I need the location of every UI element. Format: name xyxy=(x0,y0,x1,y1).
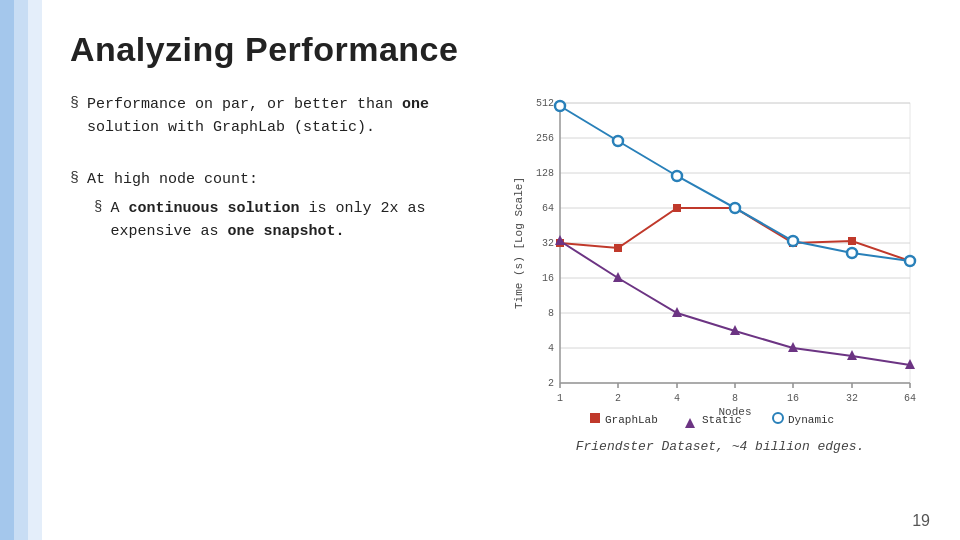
bullet-section-2: § At high node count: § A continuous sol… xyxy=(70,168,490,244)
svg-text:Static: Static xyxy=(702,414,742,426)
svg-text:128: 128 xyxy=(536,168,554,179)
svg-text:4: 4 xyxy=(674,393,680,404)
sub-bullet-text-1: A continuous solution is only 2x as expe… xyxy=(110,197,490,244)
bold-one: one xyxy=(402,96,429,113)
svg-text:GraphLab: GraphLab xyxy=(605,414,658,426)
svg-point-55 xyxy=(788,236,798,246)
sub-bullet-1: § A continuous solution is only 2x as ex… xyxy=(94,197,490,244)
svg-text:64: 64 xyxy=(904,393,916,404)
svg-point-52 xyxy=(613,136,623,146)
svg-point-53 xyxy=(672,171,682,181)
main-content: Analyzing Performance § Performance on p… xyxy=(70,30,950,530)
svg-rect-58 xyxy=(590,413,600,423)
svg-rect-38 xyxy=(614,244,622,252)
text-column: § Performance on par, or better than one… xyxy=(70,93,490,271)
bar-1 xyxy=(0,0,14,540)
bar-3 xyxy=(28,0,42,540)
page-number: 19 xyxy=(912,512,930,530)
svg-text:32: 32 xyxy=(846,393,858,404)
svg-text:4: 4 xyxy=(548,343,554,354)
svg-point-57 xyxy=(905,256,915,266)
svg-point-54 xyxy=(730,203,740,213)
svg-text:512: 512 xyxy=(536,98,554,109)
chart-container: 512 256 128 64 32 16 8 4 2 1 2 4 8 1 xyxy=(510,93,930,433)
svg-text:2: 2 xyxy=(548,378,554,389)
svg-text:16: 16 xyxy=(787,393,799,404)
bullet-item-2: § At high node count: xyxy=(70,168,490,191)
bold-one-snapshot: one snapshot. xyxy=(227,223,344,240)
bullet-marker-2: § xyxy=(70,170,79,187)
svg-point-56 xyxy=(847,248,857,258)
chart-column: 512 256 128 64 32 16 8 4 2 1 2 4 8 1 xyxy=(510,93,950,454)
svg-rect-42 xyxy=(848,237,856,245)
sub-bullet-marker-1: § xyxy=(94,199,102,215)
page-title: Analyzing Performance xyxy=(70,30,950,69)
svg-text:1: 1 xyxy=(557,393,563,404)
bullet-section-1: § Performance on par, or better than one… xyxy=(70,93,490,140)
svg-point-51 xyxy=(555,101,565,111)
svg-marker-60 xyxy=(685,418,695,428)
content-area: § Performance on par, or better than one… xyxy=(70,93,950,454)
svg-text:Dynamic: Dynamic xyxy=(788,414,834,426)
svg-rect-39 xyxy=(673,204,681,212)
bullet-text-2: At high node count: xyxy=(87,168,258,191)
bar-2 xyxy=(14,0,28,540)
decorative-bars xyxy=(0,0,60,540)
bullet-item-1: § Performance on par, or better than one… xyxy=(70,93,490,140)
performance-chart: 512 256 128 64 32 16 8 4 2 1 2 4 8 1 xyxy=(510,93,930,433)
svg-point-62 xyxy=(773,413,783,423)
bullet-marker-1: § xyxy=(70,95,79,112)
bold-continuous-solution: continuous solution xyxy=(128,200,299,217)
svg-text:32: 32 xyxy=(542,238,554,249)
svg-text:64: 64 xyxy=(542,203,554,214)
svg-text:16: 16 xyxy=(542,273,554,284)
svg-text:8: 8 xyxy=(732,393,738,404)
bullet-text-1: Performance on par, or better than one s… xyxy=(87,93,490,140)
svg-text:Time (s) [Log Scale]: Time (s) [Log Scale] xyxy=(513,177,525,309)
chart-caption: Friendster Dataset, ~4 billion edges. xyxy=(510,439,930,454)
svg-text:2: 2 xyxy=(615,393,621,404)
svg-text:256: 256 xyxy=(536,133,554,144)
svg-text:8: 8 xyxy=(548,308,554,319)
